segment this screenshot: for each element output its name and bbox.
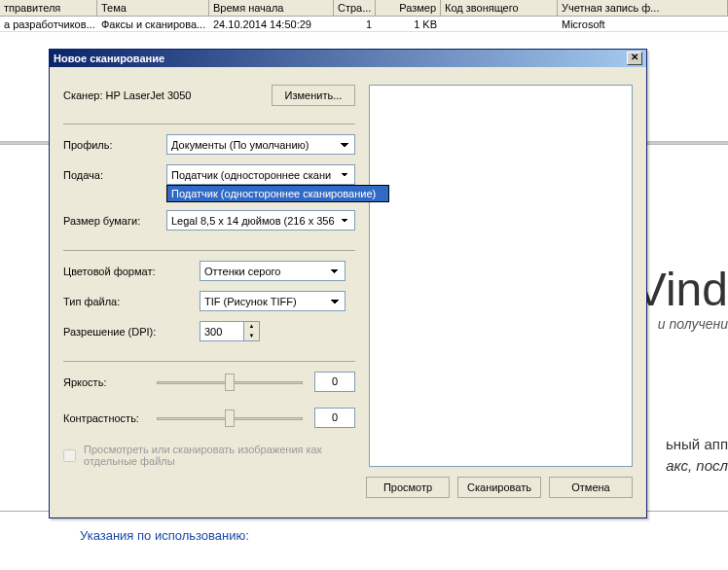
divider — [63, 124, 355, 125]
close-button[interactable]: ✕ — [627, 52, 642, 65]
profile-label: Профиль: — [63, 139, 166, 151]
papersize-label: Размер бумаги: — [63, 215, 166, 227]
colorformat-select[interactable]: Оттенки серого — [200, 261, 346, 281]
feed-dropdown-option[interactable]: Податчик (одностороннее сканирование) — [166, 185, 389, 202]
filetype-select[interactable]: TIF (Рисунок TIFF) — [200, 291, 346, 311]
table-header-row: тправителя Тема Время начала Стра... Раз… — [0, 0, 728, 17]
divider — [63, 361, 355, 362]
dpi-spinner[interactable]: ▲ ▼ — [200, 321, 260, 341]
contrast-slider[interactable] — [157, 410, 303, 427]
profile-select[interactable]: Документы (По умолчанию) — [166, 134, 355, 155]
col-header[interactable]: Учетная запись ф... — [558, 0, 728, 16]
dpi-label: Разрешение (DPI): — [63, 326, 200, 338]
col-header[interactable]: Размер — [376, 0, 441, 16]
help-link[interactable]: Указания по использованию: — [80, 528, 249, 543]
cell: 1 — [334, 17, 376, 31]
dpi-input[interactable] — [200, 322, 243, 340]
divider — [63, 250, 355, 251]
scan-button[interactable]: Сканировать — [457, 477, 541, 498]
brightness-value[interactable]: 0 — [314, 372, 355, 392]
new-scan-dialog: Новое сканирование ✕ Сканер: HP LaserJet… — [49, 49, 647, 518]
brightness-slider[interactable] — [157, 374, 303, 391]
brightness-label: Яркость: — [63, 376, 157, 388]
col-header[interactable]: Тема — [97, 0, 209, 16]
scanner-label: Сканер: HP LaserJet 3050 — [63, 89, 260, 101]
filetype-label: Тип файла: — [63, 296, 200, 307]
titlebar[interactable]: Новое сканирование ✕ — [50, 50, 646, 67]
col-header[interactable]: Стра... — [334, 0, 376, 16]
bg-text: ьный апп — [666, 436, 728, 452]
cell: Факсы и сканирова... — [97, 17, 209, 31]
spinner-arrows[interactable]: ▲ ▼ — [243, 322, 259, 340]
cell: а разработчиков... — [0, 17, 97, 31]
watermark-subtext: и получени — [658, 316, 728, 332]
contrast-value[interactable]: 0 — [314, 408, 355, 428]
bg-text: акс, посл — [666, 457, 728, 474]
colorformat-label: Цветовой формат: — [63, 266, 200, 277]
contrast-label: Контрастность: — [63, 412, 157, 424]
preview-button[interactable]: Просмотр — [366, 477, 450, 498]
background-table: тправителя Тема Время начала Стра... Раз… — [0, 0, 728, 32]
separate-files-label: Просмотреть или сканировать изображения … — [84, 444, 355, 467]
papersize-select[interactable]: Legal 8,5 x 14 дюймов (216 x 356 м — [166, 210, 355, 231]
cell — [441, 17, 558, 31]
col-header[interactable]: тправителя — [0, 0, 97, 16]
separate-files-checkbox — [63, 445, 76, 467]
col-header[interactable]: Время начала — [209, 0, 334, 16]
feed-select[interactable]: Податчик (одностороннее скани — [166, 164, 355, 185]
dialog-title: Новое сканирование — [54, 53, 164, 64]
cell: 24.10.2014 14:50:29 — [209, 17, 334, 31]
cell: 1 KB — [376, 17, 441, 31]
chevron-down-icon[interactable]: ▼ — [244, 332, 259, 341]
chevron-up-icon[interactable]: ▲ — [244, 322, 259, 332]
watermark-text: Vind — [636, 263, 728, 316]
table-row[interactable]: а разработчиков... Факсы и сканирова... … — [0, 17, 728, 32]
col-header[interactable]: Код звонящего — [441, 0, 558, 16]
cancel-button[interactable]: Отмена — [549, 477, 633, 498]
slider-thumb[interactable] — [225, 374, 235, 391]
cell: Microsoft — [558, 17, 728, 31]
slider-thumb[interactable] — [225, 410, 235, 427]
change-scanner-button[interactable]: Изменить... — [272, 85, 355, 106]
preview-pane — [369, 85, 633, 467]
feed-label: Подача: — [63, 169, 166, 181]
